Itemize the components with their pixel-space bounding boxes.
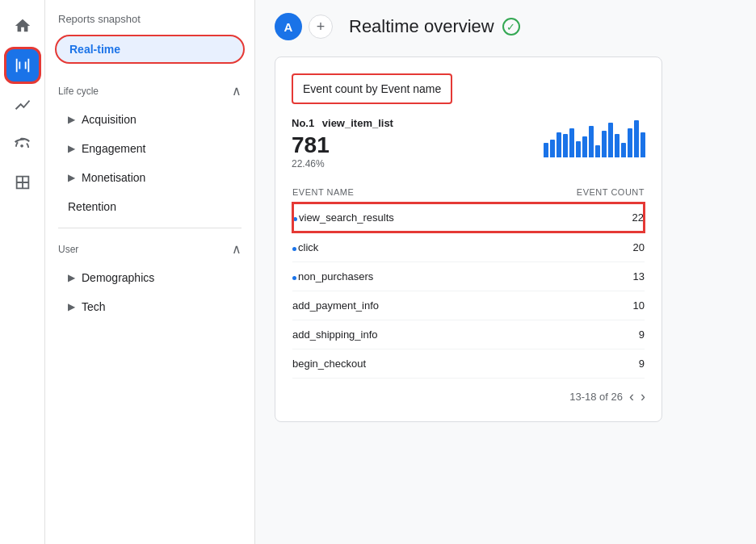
avatar[interactable]: A xyxy=(275,13,302,40)
pagination-range: 13-18 of 26 xyxy=(569,391,623,403)
pagination-prev[interactable]: ‹ xyxy=(629,388,634,405)
engagement-label: Engagement xyxy=(82,142,145,155)
table-row[interactable]: add_shipping_info9 xyxy=(292,320,645,349)
main-header: A + Realtime overview ✓ xyxy=(275,13,737,40)
table-row[interactable]: add_payment_info10 xyxy=(292,291,645,320)
monetisation-label: Monetisation xyxy=(82,171,145,184)
top-count: 781 xyxy=(292,132,531,158)
event-count-cell: 22 xyxy=(503,203,645,232)
lifecycle-label: Life cycle xyxy=(58,86,99,97)
chart-bar xyxy=(602,131,607,157)
acquisition-label: Acquisition xyxy=(82,113,136,126)
chart-bar xyxy=(621,143,626,157)
event-name-cell: add_payment_info xyxy=(292,291,503,320)
top-event-row: No.1 view_item_list 781 22.46% xyxy=(292,117,645,169)
chart-bar xyxy=(595,145,600,157)
top-rank: No.1 xyxy=(292,117,314,129)
chart-bar xyxy=(628,128,632,157)
top-event-info: No.1 view_item_list 781 22.46% xyxy=(292,117,531,169)
icon-bar xyxy=(0,0,45,544)
table-row[interactable]: begin_checkout9 xyxy=(292,349,645,379)
user-chevron[interactable]: ∧ xyxy=(232,241,242,257)
demographics-arrow: ▶ xyxy=(68,272,75,283)
sidebar-item-monetisation[interactable]: ▶ Monetisation xyxy=(45,163,254,192)
card-title-box: Event count by Event name xyxy=(292,73,452,104)
chart-bar xyxy=(563,134,568,157)
event-count-cell: 9 xyxy=(503,349,645,379)
chart-bar xyxy=(615,134,620,157)
monetisation-arrow: ▶ xyxy=(68,172,75,183)
realtime-icon[interactable] xyxy=(4,47,41,84)
chart-bar xyxy=(576,141,581,157)
chart-bar xyxy=(556,132,561,157)
table-icon[interactable] xyxy=(5,165,40,200)
sidebar-title: Reports snapshot xyxy=(45,13,254,35)
event-name-cell: click xyxy=(292,232,503,262)
event-count-cell: 10 xyxy=(503,291,645,320)
add-button[interactable]: + xyxy=(309,15,333,39)
top-pct: 22.46% xyxy=(292,158,531,169)
sidebar-item-engagement[interactable]: ▶ Engagement xyxy=(45,134,254,163)
status-icon: ✓ xyxy=(502,18,520,36)
sidebar-item-demographics[interactable]: ▶ Demographics xyxy=(45,263,254,292)
event-dot xyxy=(293,217,297,221)
col-event-name: EVENT NAME xyxy=(292,182,503,203)
event-card: Event count by Event name No.1 view_item… xyxy=(275,56,662,422)
event-name-cell: view_search_results xyxy=(292,203,503,232)
event-table: EVENT NAME EVENT COUNT view_search_resul… xyxy=(292,182,645,379)
main-content: A + Realtime overview ✓ Event count by E… xyxy=(255,0,756,544)
user-label: User xyxy=(58,244,78,255)
event-name-cell: begin_checkout xyxy=(292,349,503,379)
sidebar-item-tech[interactable]: ▶ Tech xyxy=(45,292,254,321)
antenna-icon[interactable] xyxy=(5,126,40,161)
table-row[interactable]: non_purchasers13 xyxy=(292,262,645,291)
sidebar-item-acquisition[interactable]: ▶ Acquisition xyxy=(45,105,254,134)
pagination-row: 13-18 of 26 ‹ › xyxy=(292,388,645,405)
tech-label: Tech xyxy=(82,300,106,313)
sidebar-item-retention[interactable]: Retention xyxy=(45,192,254,221)
card-title: Event count by Event name xyxy=(303,82,441,95)
page-title: Realtime overview xyxy=(349,16,494,37)
tech-arrow: ▶ xyxy=(68,301,75,312)
chart-bar xyxy=(608,123,613,157)
event-count-cell: 20 xyxy=(503,232,645,262)
pagination-next[interactable]: › xyxy=(640,388,645,405)
top-name: view_item_list xyxy=(322,117,393,129)
lifecycle-section-header: Life cycle ∧ xyxy=(45,77,254,105)
home-icon[interactable] xyxy=(5,8,40,44)
col-event-count: EVENT COUNT xyxy=(503,182,645,203)
user-section-header: User ∧ xyxy=(45,235,254,263)
chart-bar xyxy=(640,132,645,157)
engagement-arrow: ▶ xyxy=(68,143,75,154)
lifecycle-chevron[interactable]: ∧ xyxy=(232,83,242,98)
table-row[interactable]: view_search_results22 xyxy=(292,203,645,232)
demographics-label: Demographics xyxy=(82,271,154,284)
acquisition-arrow: ▶ xyxy=(68,114,75,125)
trend-icon[interactable] xyxy=(5,87,40,123)
chart-bar xyxy=(550,140,555,157)
event-name-cell: add_shipping_info xyxy=(292,320,503,349)
event-dot xyxy=(292,247,296,251)
chart-bar xyxy=(582,136,587,157)
retention-label: Retention xyxy=(68,200,116,213)
sidebar: Reports snapshot Real-time Life cycle ∧ … xyxy=(45,0,255,544)
chart-bar xyxy=(544,143,548,157)
event-name-cell: non_purchasers xyxy=(292,262,503,291)
status-checkmark: ✓ xyxy=(506,21,515,33)
mini-chart xyxy=(544,117,645,157)
chart-bar xyxy=(569,128,574,157)
top-event-label: No.1 view_item_list xyxy=(292,117,531,129)
event-dot xyxy=(292,276,296,280)
table-row[interactable]: click20 xyxy=(292,232,645,262)
sidebar-divider xyxy=(58,228,242,228)
chart-bar xyxy=(634,120,639,157)
event-count-cell: 13 xyxy=(503,262,645,291)
event-count-cell: 9 xyxy=(503,320,645,349)
chart-bar xyxy=(589,126,594,157)
realtime-button[interactable]: Real-time xyxy=(55,35,245,64)
